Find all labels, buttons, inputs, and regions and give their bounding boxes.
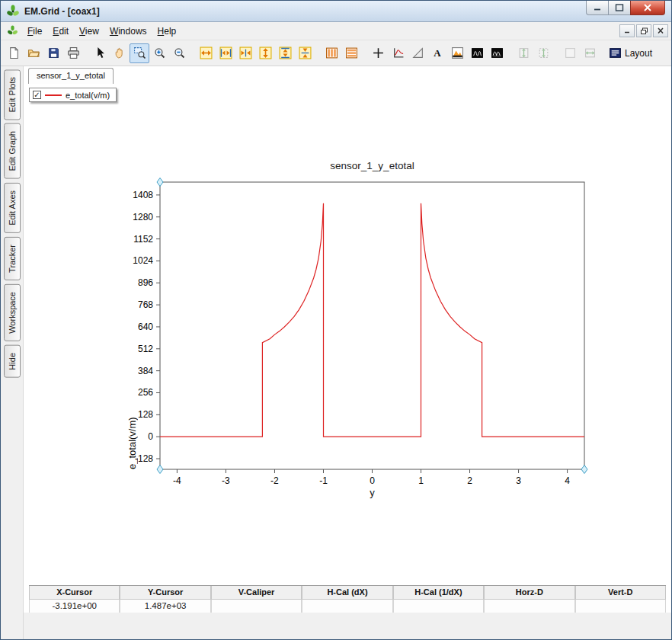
y-tick-label: 1280: [133, 212, 153, 222]
sidebar-tab-hide[interactable]: Hide: [4, 345, 21, 378]
child-minimize-button[interactable]: [619, 24, 635, 37]
x-tick-label: 1: [418, 475, 424, 486]
y-tick-label: 256: [138, 387, 153, 398]
y-tick-label: 768: [138, 299, 153, 310]
chart-area[interactable]: sensor_1_y_etotal e_total(v/m) y -128012…: [114, 149, 632, 515]
sidebar-tab-edit-graph[interactable]: Edit Graph: [4, 123, 21, 179]
document-tab[interactable]: sensor_1_y_etotal: [28, 68, 114, 84]
legend-line: [45, 94, 62, 96]
minimize-button[interactable]: [586, 1, 609, 15]
shrink-x-icon[interactable]: [235, 43, 255, 63]
expand-y-icon[interactable]: [255, 43, 275, 63]
y-tick-label: 128: [138, 409, 153, 420]
x-tick-label: 4: [565, 475, 570, 486]
x-tick-label: -1: [319, 475, 328, 486]
status-header-y-cursor: Y-Cursor: [120, 586, 210, 600]
legend-label: e_total(v/m): [66, 91, 110, 100]
slope-caliper-icon[interactable]: [408, 43, 427, 63]
zoom-out-icon[interactable]: [169, 43, 189, 63]
status-header-v-caliper: V-Caliper: [211, 586, 302, 600]
fit-y-icon[interactable]: [275, 43, 295, 63]
x-tick-label: -3: [222, 475, 230, 486]
sidebar-tab-workspace[interactable]: Workspace: [4, 284, 21, 341]
layout-button[interactable]: Layout: [608, 43, 664, 63]
status-header-vert-d: Vert-D: [575, 586, 666, 600]
sidebar-tab-tracker[interactable]: Tracker: [4, 237, 21, 280]
chart-canvas[interactable]: -128012825638451264076889610241152128014…: [114, 149, 632, 515]
status-value-h-cal-1dx: [393, 600, 484, 613]
status-value-vert-d: [575, 600, 666, 613]
close-button[interactable]: [630, 1, 665, 15]
split-rows-icon[interactable]: [341, 43, 361, 63]
y-tick-label: 512: [138, 344, 153, 354]
empty-frame-icon: [560, 43, 580, 63]
menu-help[interactable]: Help: [152, 24, 182, 39]
maximize-button[interactable]: [609, 1, 630, 15]
sidebar-tabstrip: Edit Plots Edit Graph Edit Axes Tracker …: [1, 66, 24, 639]
child-restore-button[interactable]: [636, 24, 651, 37]
app-logo-icon[interactable]: [5, 4, 21, 19]
menu-view[interactable]: View: [74, 24, 104, 39]
zoom-window-icon[interactable]: [130, 43, 149, 63]
title-bar[interactable]: EM.Grid - [coax1]: [1, 1, 671, 22]
y-tick-label: 1152: [133, 234, 153, 245]
fit-frame-vertical-alt-icon: [533, 43, 553, 63]
x-tick-label: 0: [370, 475, 375, 486]
select-arrow-icon[interactable]: [90, 43, 110, 63]
status-value-y-cursor: 1.487e+03: [120, 600, 210, 613]
y-tick-label: 640: [138, 322, 153, 332]
status-header-h-cal-dx: H-Cal (dX): [302, 586, 392, 600]
status-value-horz-d: [484, 600, 574, 613]
x-tick-label: -2: [270, 475, 279, 486]
child-close-button[interactable]: [653, 24, 668, 37]
shrink-y-icon[interactable]: [295, 43, 315, 63]
graph-axes-icon[interactable]: [388, 43, 408, 63]
y-tick-label: 1024: [133, 255, 153, 266]
bottom-strip: [24, 613, 671, 639]
status-value-x-cursor: -3.191e+00: [29, 600, 120, 613]
spectrogram-dark-icon-1[interactable]: [467, 43, 487, 63]
status-header-x-cursor: X-Cursor: [29, 586, 120, 600]
y-tick-label: 0: [148, 431, 153, 442]
fit-frame-vertical-icon: [514, 43, 533, 63]
print-icon[interactable]: [63, 43, 83, 63]
legend-checkbox[interactable]: ✓: [33, 91, 41, 99]
layout-button-label: Layout: [625, 48, 652, 59]
menu-bar: File Edit View Windows Help: [1, 22, 671, 40]
sidebar-tab-edit-plots[interactable]: Edit Plots: [4, 69, 21, 120]
fit-x-icon[interactable]: [216, 43, 235, 63]
y-tick-label: 1408: [133, 190, 153, 200]
menu-windows[interactable]: Windows: [104, 24, 152, 39]
legend-box[interactable]: ✓ e_total(v/m): [29, 88, 117, 102]
toolbar: A: [1, 40, 671, 66]
menu-file[interactable]: File: [22, 24, 47, 39]
open-folder-icon[interactable]: [24, 43, 43, 63]
status-header-horz-d: Horz-D: [484, 586, 574, 600]
new-file-icon[interactable]: [4, 43, 24, 63]
y-tick-label: -128: [135, 453, 153, 464]
app-window: EM.Grid - [coax1] File Edit View Windows: [0, 0, 672, 640]
layout-icon: [609, 46, 622, 59]
crosshair-icon[interactable]: [368, 43, 388, 63]
pan-hand-icon[interactable]: [110, 43, 130, 63]
child-window-icon[interactable]: [5, 24, 19, 38]
y-tick-label: 896: [138, 277, 153, 288]
menu-edit[interactable]: Edit: [47, 24, 74, 39]
sidebar-tab-edit-axes[interactable]: Edit Axes: [4, 183, 21, 233]
tracker-status-table: X-Cursor Y-Cursor V-Caliper H-Cal (dX) H…: [29, 585, 666, 613]
status-value-h-cal-dx: [302, 600, 392, 613]
save-icon[interactable]: [43, 43, 63, 63]
plot-page: sensor_1_y_etotal ✓ e_total(v/m) sensor_…: [24, 66, 671, 639]
status-value-v-caliper: [211, 600, 302, 613]
x-tick-label: -4: [173, 475, 181, 486]
waterfall-view-icon[interactable]: [447, 43, 467, 63]
expand-x-icon[interactable]: [196, 43, 216, 63]
fit-frame-horizontal-icon: [580, 43, 600, 63]
x-tick-label: 3: [516, 475, 521, 486]
zoom-in-icon[interactable]: [149, 43, 169, 63]
x-tick-label: 2: [467, 475, 472, 486]
text-annotation-icon[interactable]: A: [427, 43, 447, 63]
split-columns-icon[interactable]: [322, 43, 341, 63]
plot-frame[interactable]: [160, 182, 584, 469]
spectrogram-dark-icon-2[interactable]: [487, 43, 507, 63]
